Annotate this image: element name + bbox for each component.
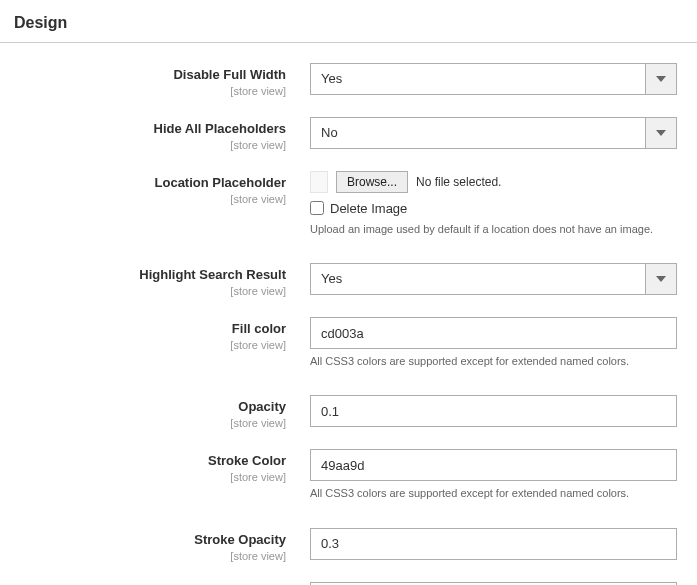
label-col: Disable Full Width [store view] [20,63,310,97]
fill-color-label: Fill color [20,321,286,338]
fill-color-input[interactable] [310,317,677,349]
stroke-opacity-label: Stroke Opacity [20,532,286,549]
stroke-color-note: All CSS3 colors are supported except for… [310,486,677,501]
scope-label: [store view] [20,550,286,562]
stroke-color-input[interactable] [310,449,677,481]
delete-image-checkbox[interactable] [310,201,324,215]
label-col: Stroke Weight [store view] [20,582,310,585]
stroke-color-label: Stroke Color [20,453,286,470]
value-col [310,528,677,560]
fill-color-note: All CSS3 colors are supported except for… [310,354,677,369]
field-hide-all-placeholders: Hide All Placeholders [store view] No [20,117,677,151]
location-placeholder-note: Upload an image used by default if a loc… [310,222,677,237]
label-col: Highlight Search Result [store view] [20,263,310,297]
field-stroke-color: Stroke Color [store view] All CSS3 color… [20,449,677,501]
section-title: Design [14,14,67,31]
hide-all-placeholders-label: Hide All Placeholders [20,121,286,138]
value-col: Yes [310,263,677,295]
scope-label: [store view] [20,417,286,429]
scope-label: [store view] [20,285,286,297]
value-col [310,395,677,427]
label-col: Stroke Opacity [store view] [20,528,310,562]
scope-label: [store view] [20,339,286,351]
file-row: Browse... No file selected. [310,171,677,193]
label-col: Hide All Placeholders [store view] [20,117,310,151]
browse-button[interactable]: Browse... [336,171,408,193]
opacity-input[interactable] [310,395,677,427]
value-col: All CSS3 colors are supported except for… [310,317,677,369]
select-wrap: Yes [310,63,677,95]
value-col: Yes [310,63,677,95]
section-header: Design [0,0,697,43]
value-col [310,582,677,585]
no-file-text: No file selected. [416,175,501,189]
disable-full-width-label: Disable Full Width [20,67,286,84]
hide-all-placeholders-select[interactable]: No [310,117,677,149]
label-col: Stroke Color [store view] [20,449,310,483]
field-highlight-search-result: Highlight Search Result [store view] Yes [20,263,677,297]
scope-label: [store view] [20,471,286,483]
delete-image-row: Delete Image [310,201,677,216]
scope-label: [store view] [20,85,286,97]
highlight-search-result-label: Highlight Search Result [20,267,286,284]
placeholder-thumb-icon [310,171,328,193]
value-col: No [310,117,677,149]
select-wrap: No [310,117,677,149]
value-col: All CSS3 colors are supported except for… [310,449,677,501]
field-stroke-opacity: Stroke Opacity [store view] [20,528,677,562]
field-opacity: Opacity [store view] [20,395,677,429]
scope-label: [store view] [20,139,286,151]
stroke-opacity-input[interactable] [310,528,677,560]
field-stroke-weight: Stroke Weight [store view] [20,582,677,585]
field-disable-full-width: Disable Full Width [store view] Yes [20,63,677,97]
label-col: Location Placeholder [store view] [20,171,310,205]
field-fill-color: Fill color [store view] All CSS3 colors … [20,317,677,369]
highlight-search-result-select[interactable]: Yes [310,263,677,295]
scope-label: [store view] [20,193,286,205]
stroke-weight-input[interactable] [310,582,677,585]
location-placeholder-label: Location Placeholder [20,175,286,192]
value-col: Browse... No file selected. Delete Image… [310,171,677,237]
disable-full-width-select[interactable]: Yes [310,63,677,95]
label-col: Fill color [store view] [20,317,310,351]
opacity-label: Opacity [20,399,286,416]
delete-image-label: Delete Image [330,201,407,216]
label-col: Opacity [store view] [20,395,310,429]
select-wrap: Yes [310,263,677,295]
field-location-placeholder: Location Placeholder [store view] Browse… [20,171,677,237]
design-fieldset: Disable Full Width [store view] Yes Hide… [0,43,697,585]
